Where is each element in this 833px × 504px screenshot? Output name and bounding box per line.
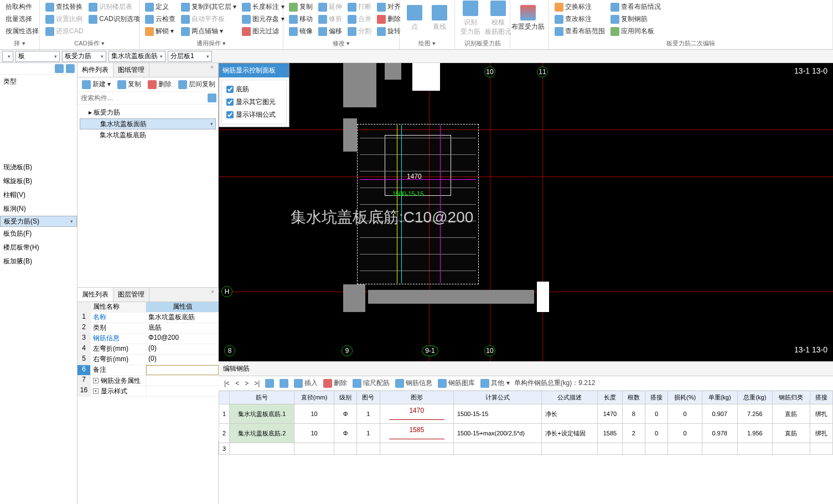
col-header[interactable]: 钢筋归类 xyxy=(773,391,810,404)
rotate[interactable]: 旋转 xyxy=(375,25,403,37)
common-group-label[interactable]: 通用操作 ▾ xyxy=(143,39,280,48)
check-rebar-elem[interactable]: 校核 板筋图元 xyxy=(484,1,513,35)
col-header[interactable]: 公式描述 xyxy=(542,391,598,404)
prop-name-value[interactable]: 集水坑盖板底筋 xyxy=(146,313,219,323)
apply-same-name[interactable]: 应用同名板 xyxy=(608,25,663,37)
view-rebar-range[interactable]: 查看布筋范围 xyxy=(552,25,607,37)
nav-first[interactable]: |< xyxy=(223,380,231,387)
edit-annotation[interactable]: 查改标注 xyxy=(552,13,607,25)
rebar-desc[interactable]: 净长+设定锚固 xyxy=(542,424,598,443)
rebar-len[interactable]: 1585 xyxy=(598,424,622,443)
col-header[interactable]: 图号 xyxy=(357,391,380,404)
col-header[interactable]: 根数 xyxy=(622,391,645,404)
rebar-lap[interactable]: 0 xyxy=(645,404,668,424)
rebar-loss[interactable]: 0 xyxy=(668,404,702,424)
cad-options[interactable]: CAD识别选项 xyxy=(86,13,142,25)
nav-next[interactable]: > xyxy=(244,380,250,387)
prop-display-style[interactable]: +显示样式 xyxy=(91,386,146,396)
close-icon[interactable]: × xyxy=(210,64,217,71)
column-cap[interactable]: 柱帽(V) xyxy=(0,188,77,202)
prop-rebar-info-value[interactable]: Φ10@200 xyxy=(146,334,219,344)
tab-layer-mgmt[interactable]: 图层管理 xyxy=(113,288,149,302)
tab-drawing-mgmt[interactable]: 图纸管理 xyxy=(113,63,149,77)
nav-last[interactable]: >| xyxy=(253,380,261,387)
line-draw[interactable]: 直线 xyxy=(428,1,452,35)
restore-cad[interactable]: 还原CAD xyxy=(43,25,85,37)
place-rebar[interactable]: 布置受力筋 xyxy=(514,1,542,35)
col-header[interactable]: 搭接 xyxy=(810,391,832,404)
col-header[interactable]: 搭接 xyxy=(645,391,668,404)
new-button[interactable]: 新建 ▾ xyxy=(80,79,113,90)
tab-property-list[interactable]: 属性列表 xyxy=(77,288,113,302)
prop-right-bend-value[interactable]: (0) xyxy=(146,355,219,365)
selector-1[interactable] xyxy=(2,51,13,62)
draw-group-label[interactable]: 绘图 ▾ xyxy=(403,39,451,48)
rebar-shape[interactable]: 1585 xyxy=(380,424,453,443)
copy-other-layer[interactable]: 复制到其它层 ▾ xyxy=(179,1,239,13)
rebar-level[interactable]: Φ xyxy=(334,404,356,424)
rebar-table[interactable]: 筋号直径(mm)级别图号图形计算公式公式描述长度根数搭接损耗(%)单重(kg)总… xyxy=(219,391,833,504)
col-header[interactable]: 损耗(%) xyxy=(668,391,702,404)
pick-component[interactable]: 拾取构件 xyxy=(3,1,41,13)
rebar-desc[interactable]: 净长 xyxy=(542,404,598,424)
delete-btn[interactable]: 删除 xyxy=(322,378,348,388)
col-header[interactable]: 筋号 xyxy=(230,391,294,404)
copy[interactable]: 复制 xyxy=(287,1,315,13)
list-view-icon[interactable] xyxy=(55,64,64,73)
find-replace[interactable]: 查找替换 xyxy=(43,1,85,13)
rebar-formula[interactable]: 1500-15+max(200/2,5*d) xyxy=(454,424,542,443)
rebar-loss[interactable]: 0 xyxy=(668,424,702,443)
batch-select[interactable]: 批量选择 xyxy=(3,13,41,25)
slab-hole[interactable]: 板洞(N) xyxy=(0,202,77,216)
close-icon[interactable]: × xyxy=(211,289,218,295)
selector-type[interactable]: 板受力筋 xyxy=(62,51,106,62)
col-header[interactable]: 单重(kg) xyxy=(702,391,737,404)
prop-left-bend-value[interactable]: (0) xyxy=(146,344,219,354)
col-header[interactable]: 计算公式 xyxy=(454,391,542,404)
rebar-tw[interactable]: 7.256 xyxy=(737,404,773,424)
tree-item-bottom-rebar[interactable]: 集水坑盖板底筋 xyxy=(80,129,216,141)
expand-icon[interactable]: + xyxy=(93,388,99,394)
define[interactable]: 定义 xyxy=(143,1,178,13)
selector-component[interactable]: 集水坑盖板面筋 xyxy=(108,51,165,62)
rebar-code[interactable]: 1 xyxy=(357,404,380,424)
set-scale[interactable]: 设置比例 xyxy=(43,13,85,25)
rebar-info-btn[interactable]: 钢筋信息 xyxy=(394,378,433,388)
search-icon[interactable] xyxy=(208,93,216,102)
prop-category-value[interactable]: 底筋 xyxy=(146,323,219,333)
copy-rebar[interactable]: 复制钢筋 xyxy=(608,13,663,25)
slab-neg-rebar[interactable]: 板负筋(F) xyxy=(0,227,77,241)
grid-view-icon[interactable] xyxy=(66,64,75,73)
break[interactable]: 打断 xyxy=(345,1,374,13)
cloud-check[interactable]: 云检查 xyxy=(143,13,178,25)
select-by-attr[interactable]: 按属性选择 xyxy=(3,25,41,37)
modify-group-label[interactable]: 修改 ▾ xyxy=(287,39,396,48)
split[interactable]: 分割 xyxy=(345,25,374,37)
offset[interactable]: 偏移 xyxy=(316,25,344,37)
other-btn[interactable]: 其他 ▾ xyxy=(479,378,510,388)
chk-other-elem[interactable]: 显示其它图元 xyxy=(226,97,282,107)
floor-slab-band[interactable]: 楼层板带(H) xyxy=(0,241,77,254)
delete-button[interactable]: 删除 xyxy=(146,79,174,90)
two-point-axis[interactable]: 两点辅轴 ▾ xyxy=(179,25,239,37)
rebar-name[interactable]: 集水坑盖板底筋.1 xyxy=(230,404,294,424)
filter-element[interactable]: 图元过滤 xyxy=(240,25,286,37)
move[interactable]: 移动 xyxy=(287,13,315,25)
col-header[interactable]: 直径(mm) xyxy=(294,391,334,404)
mirror[interactable]: 镜像 xyxy=(287,25,315,37)
auto-align-slab[interactable]: 自动平齐板 xyxy=(179,13,239,25)
rebar-class[interactable]: 直筋 xyxy=(773,424,810,443)
col-header[interactable]: 图形 xyxy=(380,391,453,404)
search-input[interactable] xyxy=(77,92,206,104)
rebar-dia[interactable]: 10 xyxy=(294,424,334,443)
align[interactable]: 对齐 xyxy=(375,1,403,13)
rebar-len[interactable]: 1470 xyxy=(598,404,622,424)
length-dim[interactable]: 长度标注 ▾ xyxy=(240,1,286,13)
recognize-rebar[interactable]: 识别 受力筋 xyxy=(458,1,483,35)
tab-component-list[interactable]: 构件列表 xyxy=(77,63,113,77)
rebar-lib-btn[interactable]: 钢筋图库 xyxy=(437,378,476,388)
rebar-lap[interactable]: 0 xyxy=(645,424,668,443)
delete[interactable]: 删除 xyxy=(375,13,403,25)
rebar-formula[interactable]: 1500-15-15 xyxy=(454,404,542,424)
col-header[interactable]: 长度 xyxy=(598,391,622,404)
